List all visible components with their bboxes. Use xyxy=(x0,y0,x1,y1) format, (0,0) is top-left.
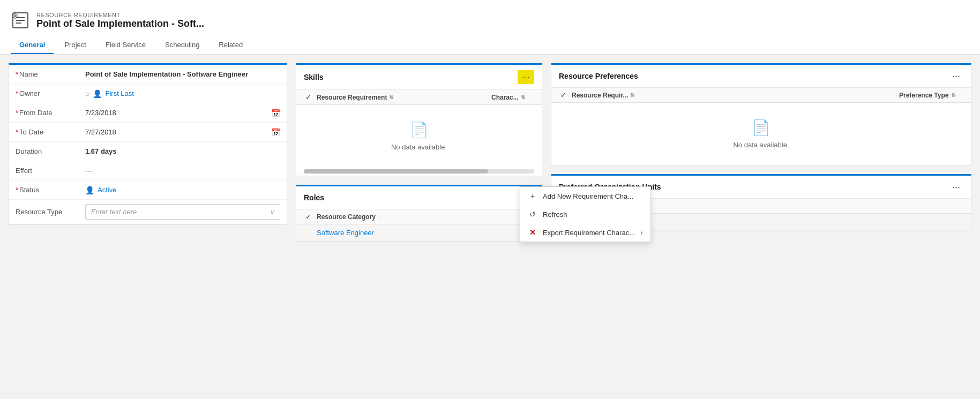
roles-panel: Roles ··· ✓ Resource Category ↑ Software… xyxy=(296,185,542,242)
resource-preferences-header: Resource Preferences ··· xyxy=(551,65,971,88)
field-to-date: *To Date 7/27/2018 📅 xyxy=(9,123,287,142)
skills-panel: Skills ··· ✓ Resource Requirement ⇅ Char… xyxy=(296,63,542,176)
skills-more-button[interactable]: ··· xyxy=(518,70,534,84)
context-menu-add-new-label: Add New Requirement Cha... xyxy=(543,192,633,200)
field-effort: Effort --- xyxy=(9,161,287,180)
skills-panel-header: Skills ··· xyxy=(296,65,542,90)
tab-scheduling[interactable]: Scheduling xyxy=(156,36,208,54)
export-submenu-arrow-icon: › xyxy=(640,228,643,237)
skills-check-col: ✓ xyxy=(304,93,312,101)
status-link[interactable]: Active xyxy=(98,186,116,194)
skills-no-data-icon: 📄 xyxy=(410,121,429,139)
resource-preferences-title: Resource Preferences xyxy=(559,72,638,80)
field-duration: Duration 1.67 days xyxy=(9,142,287,161)
skills-panel-title: Skills xyxy=(304,73,324,81)
roles-panel-header: Roles ··· xyxy=(296,186,542,209)
tab-general[interactable]: General xyxy=(11,36,54,54)
add-new-icon: + xyxy=(528,192,537,200)
context-menu-refresh-label: Refresh xyxy=(543,210,567,219)
main-form-panel: *Name Point of Sale Implementation - Sof… xyxy=(9,63,287,225)
to-date-calendar-icon[interactable]: 📅 xyxy=(271,128,280,137)
pref-type-col-label[interactable]: Preference Type ⇅ xyxy=(899,92,955,99)
resource-pref-grid-header: ✓ Resource Requir... ⇅ Preference Type ⇅ xyxy=(551,88,971,103)
resource-preferences-more-button[interactable]: ··· xyxy=(949,70,963,82)
skills-scrollbar[interactable] xyxy=(304,169,534,174)
pref-type-sort-icon[interactable]: ⇅ xyxy=(951,92,955,98)
from-date-value: 7/23/2018 xyxy=(85,109,116,117)
skills-col-sort-icon[interactable]: ⇅ xyxy=(389,94,393,100)
refresh-icon: ↺ xyxy=(528,210,537,219)
resource-type-placeholder: Enter text here xyxy=(91,208,137,216)
roles-grid-header: ✓ Resource Category ↑ xyxy=(296,209,542,224)
field-owner: *Owner ○ 👤 First Last xyxy=(9,84,287,103)
roles-check-col: ✓ xyxy=(304,213,312,221)
record-icon xyxy=(11,11,30,30)
status-person-icon: 👤 xyxy=(85,186,94,194)
skills-no-data: 📄 No data available. xyxy=(296,105,542,167)
context-menu-export-label: Export Requirement Charac... xyxy=(543,229,635,237)
from-date-calendar-icon[interactable]: 📅 xyxy=(271,109,280,117)
skills-grid-header: ✓ Resource Requirement ⇅ Charac... ⇅ xyxy=(296,90,542,105)
roles-col-sort-icon[interactable]: ↑ xyxy=(378,214,380,220)
field-from-date: *From Date 7/23/2018 📅 xyxy=(9,103,287,123)
resource-type-select[interactable]: Enter text here ∨ xyxy=(85,204,280,220)
owner-person-icon: 👤 xyxy=(93,89,102,98)
roles-panel-title: Roles xyxy=(304,193,324,202)
owner-link[interactable]: First Last xyxy=(105,89,133,97)
res-pref-no-data-text: No data available. xyxy=(733,141,789,149)
tab-bar: General Project Field Service Scheduling… xyxy=(11,36,969,54)
roles-col-category[interactable]: Resource Category ↑ xyxy=(317,213,380,221)
tab-project[interactable]: Project xyxy=(56,36,94,54)
roles-row-1-link[interactable]: Software Engineer xyxy=(317,229,374,237)
tab-related[interactable]: Related xyxy=(210,36,251,54)
export-icon: ✕ xyxy=(528,228,537,237)
context-menu: + Add New Requirement Cha... ↺ Refresh ✕… xyxy=(520,186,651,242)
tab-field-service[interactable]: Field Service xyxy=(97,36,154,54)
field-status: *Status 👤 Active xyxy=(9,180,287,200)
context-menu-refresh[interactable]: ↺ Refresh xyxy=(520,205,650,223)
skills-no-data-text: No data available. xyxy=(391,143,447,151)
skills-col-resource-req[interactable]: Resource Requirement ⇅ xyxy=(317,94,393,101)
record-title: Point of Sale Implementation - Soft... xyxy=(36,18,204,29)
res-pref-no-data-icon: 📄 xyxy=(752,119,770,137)
record-type-label: RESOURCE REQUIREMENT xyxy=(36,12,204,18)
field-resource-type: Resource Type Enter text here ∨ xyxy=(9,200,287,224)
to-date-value: 7/27/2018 xyxy=(85,128,116,136)
roles-row-1[interactable]: Software Engineer xyxy=(296,224,542,242)
preferred-org-units-more-button[interactable]: ··· xyxy=(949,181,963,193)
context-menu-add-new[interactable]: + Add New Requirement Cha... xyxy=(520,187,650,205)
res-pref-col-req[interactable]: Resource Requir... ⇅ xyxy=(572,92,634,99)
context-menu-export[interactable]: ✕ Export Requirement Charac... › xyxy=(520,223,650,242)
res-pref-check-col: ✓ xyxy=(559,91,567,99)
skills-charac-sort-icon[interactable]: ⇅ xyxy=(521,94,525,100)
duration-value: 1.67 days xyxy=(85,147,117,155)
name-value: Point of Sale Implementation - Software … xyxy=(85,70,248,78)
owner-circle-icon: ○ xyxy=(85,89,89,98)
skills-col-charac[interactable]: Charac... ⇅ xyxy=(491,94,525,101)
resource-preferences-panel: Resource Preferences ··· ✓ Resource Requ… xyxy=(551,63,971,165)
res-pref-sort-icon[interactable]: ⇅ xyxy=(630,92,634,98)
resource-type-chevron-icon[interactable]: ∨ xyxy=(270,208,274,216)
field-name: *Name Point of Sale Implementation - Sof… xyxy=(9,65,287,84)
resource-pref-no-data: 📄 No data available. xyxy=(551,103,971,165)
effort-value: --- xyxy=(85,167,92,175)
